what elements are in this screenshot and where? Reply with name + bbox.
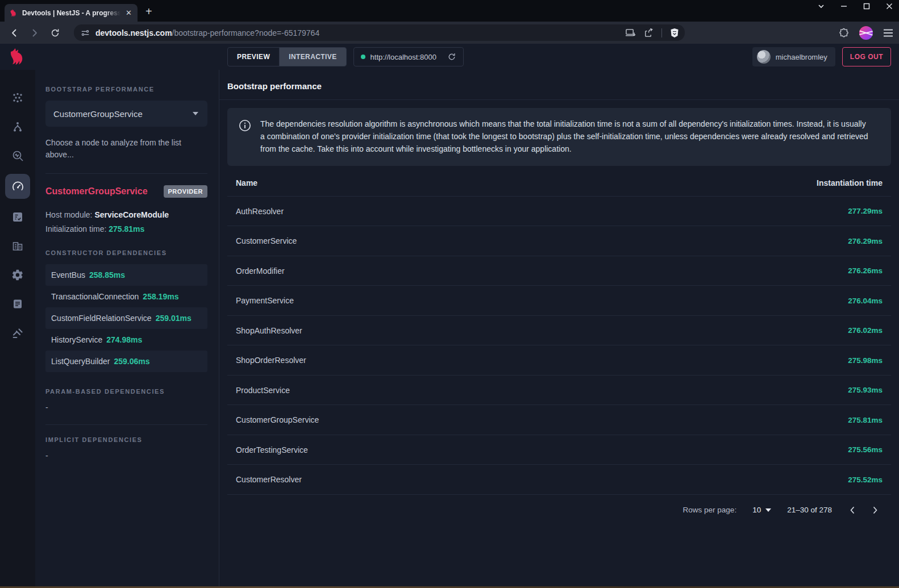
target-url: http://localhost:8000: [371, 53, 436, 61]
sidebar-rail: [0, 44, 35, 586]
dependency-item[interactable]: HistoryService274.98ms: [45, 329, 207, 351]
connection-status-dot: [361, 55, 365, 59]
tab-title: Devtools | NestJS - A progressive: [22, 9, 120, 17]
window-maximize-button[interactable]: [863, 2, 871, 10]
next-page-button[interactable]: [871, 506, 880, 515]
info-text: The dependencies resolution algorithm is…: [260, 118, 880, 156]
audit-checklist-icon: [11, 211, 24, 223]
column-instantiation-time: Instantiation time: [817, 178, 883, 187]
interactive-tab[interactable]: INTERACTIVE: [279, 48, 346, 66]
host-module-row: Host module: ServiceCoreModule: [45, 210, 207, 219]
table-row[interactable]: ShopAuthResolver276.02ms: [227, 316, 891, 346]
browser-tab[interactable]: Devtools | NestJS - A progressive ✕: [5, 4, 138, 22]
site-settings-icon[interactable]: [81, 28, 90, 37]
column-name: Name: [236, 178, 817, 187]
table-row[interactable]: CustomerResolver275.52ms: [227, 465, 891, 495]
page-title: Bootstrap performance: [227, 81, 322, 91]
divider: [661, 28, 662, 37]
main-content: Bootstrap performance The dependencies r…: [219, 70, 899, 586]
share-icon[interactable]: [644, 28, 654, 37]
send-to-device-icon[interactable]: [625, 28, 636, 37]
sidebar-item-tools[interactable]: [5, 322, 30, 344]
browser-tabstrip: Devtools | NestJS - A progressive ✕ +: [0, 0, 899, 22]
table-header: Name Instantiation time: [227, 170, 891, 197]
reload-button[interactable]: [47, 24, 64, 41]
brave-shield-icon[interactable]: [670, 28, 679, 38]
previous-page-button[interactable]: [848, 506, 857, 515]
table-row[interactable]: ShopOrderResolver275.98ms: [227, 345, 891, 376]
scan-search-icon: [11, 149, 24, 162]
node-select-hint: Choose a node to analyze from the list a…: [45, 137, 207, 161]
nestjs-logo-icon[interactable]: [0, 44, 35, 70]
table-row[interactable]: OrderTestingService275.56ms: [227, 435, 891, 465]
sidebar-item-docs[interactable]: [5, 293, 30, 315]
graph-nodes-icon: [11, 91, 24, 104]
new-tab-button[interactable]: +: [145, 5, 152, 18]
extensions-icon[interactable]: [839, 28, 849, 38]
node-select-value: CustomerGroupService: [53, 109, 143, 119]
chevron-down-icon: [765, 508, 771, 512]
account-chip[interactable]: michaelbromley: [752, 47, 835, 66]
browser-window: Devtools | NestJS - A progressive ✕ + de…: [0, 0, 899, 588]
sidebar-item-settings[interactable]: [5, 264, 30, 286]
table-row[interactable]: CustomerService276.29ms: [227, 226, 891, 256]
browser-profile-avatar[interactable]: [859, 26, 873, 40]
logout-button[interactable]: LOG OUT: [842, 47, 891, 66]
window-close-button[interactable]: [885, 2, 893, 10]
user-avatar: [757, 50, 771, 64]
implicit-deps-title: IMPLICIT DEPENDENCIES: [45, 436, 207, 443]
settings-gear-icon: [11, 269, 24, 281]
divider: [45, 173, 207, 174]
rows-per-page-select[interactable]: 10: [752, 506, 771, 514]
table-row[interactable]: PaymentService276.04ms: [227, 286, 891, 316]
analysis-panel: BOOTSTRAP PERFORMANCE CustomerGroupServi…: [35, 70, 219, 586]
host-module-value: ServiceCoreModule: [94, 210, 169, 219]
pagination-range: 21–30 of 278: [787, 506, 832, 514]
app-header: PREVIEW INTERACTIVE http://localhost:800…: [35, 44, 899, 70]
table-pagination: Rows per page: 10 21–30 of 278: [227, 495, 891, 526]
username: michaelbromley: [776, 53, 827, 61]
dependency-item[interactable]: CustomFieldRelationService259.01ms: [45, 307, 207, 329]
sidebar-item-audits[interactable]: [5, 206, 30, 228]
divider: [45, 424, 207, 425]
preview-tab[interactable]: PREVIEW: [228, 48, 279, 66]
panel-section-title: BOOTSTRAP PERFORMANCE: [45, 86, 207, 93]
init-time-row: Initialization time: 275.81ms: [45, 224, 207, 233]
selected-node-title: CustomerGroupService: [45, 186, 148, 197]
table-row[interactable]: CustomerGroupService275.81ms: [227, 405, 891, 435]
table-row[interactable]: ProductService275.93ms: [227, 376, 891, 406]
tab-close-icon[interactable]: ✕: [124, 8, 133, 18]
sidebar-item-bootstrap-performance[interactable]: [5, 174, 30, 199]
param-deps-title: PARAM-BASED DEPENDENCIES: [45, 388, 207, 395]
provider-badge: PROVIDER: [164, 185, 207, 198]
window-minimize-button[interactable]: [840, 2, 848, 10]
performance-gauge-icon: [11, 180, 24, 193]
param-deps-empty: -: [45, 403, 207, 412]
table-row[interactable]: AuthResolver277.29ms: [227, 197, 891, 227]
menu-icon[interactable]: [883, 28, 893, 37]
sidebar-item-insights[interactable]: [5, 145, 30, 166]
dependency-item[interactable]: EventBus258.85ms: [45, 264, 207, 286]
url-text: devtools.nestjs.com/bootstrap-performanc…: [95, 28, 619, 37]
routes-icon: [11, 120, 24, 133]
docs-icon: [12, 298, 23, 310]
sidebar-item-modules[interactable]: [5, 235, 30, 257]
dependency-item[interactable]: ListQueryBuilder259.06ms: [45, 351, 207, 372]
sidebar-item-routes[interactable]: [5, 116, 30, 137]
target-url-box[interactable]: http://localhost:8000: [353, 47, 464, 66]
init-time-value: 275.81ms: [109, 224, 144, 233]
modules-buildings-icon: [11, 240, 24, 252]
dependency-item[interactable]: TransactionalConnection258.19ms: [45, 286, 207, 307]
browser-toolbar: devtools.nestjs.com/bootstrap-performanc…: [0, 22, 899, 44]
constructor-deps-title: CONSTRUCTOR DEPENDENCIES: [45, 249, 207, 256]
constructor-deps-list: EventBus258.85ms TransactionalConnection…: [45, 264, 207, 372]
sidebar-item-graph[interactable]: [5, 87, 30, 109]
address-bar[interactable]: devtools.nestjs.com/bootstrap-performanc…: [74, 24, 685, 41]
forward-button[interactable]: [26, 24, 43, 41]
node-select-dropdown[interactable]: CustomerGroupService: [45, 101, 207, 127]
table-row[interactable]: OrderModifier276.26ms: [227, 256, 891, 286]
info-icon: [239, 119, 251, 132]
tab-search-icon[interactable]: [817, 2, 825, 10]
refresh-target-icon[interactable]: [447, 52, 456, 61]
back-button[interactable]: [6, 24, 23, 41]
